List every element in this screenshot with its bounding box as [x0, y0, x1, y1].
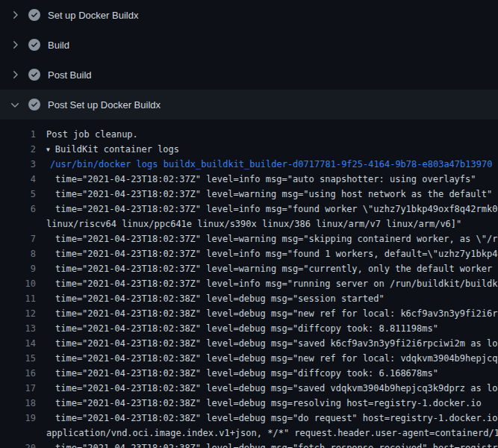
line-number [0, 426, 36, 441]
log-row: 13time="2021-04-23T18:02:38Z" level=debu… [0, 321, 498, 336]
line-number[interactable]: 7 [0, 231, 36, 246]
line-number[interactable]: 10 [0, 276, 36, 291]
log-group-toggle[interactable]: ▼BuildKit container logs [46, 142, 179, 157]
line-number[interactable]: 20 [0, 441, 36, 448]
log-row: 19time="2021-04-23T18:02:38Z" level=debu… [0, 411, 498, 426]
check-circle-icon [28, 99, 40, 111]
log-row: 18time="2021-04-23T18:02:38Z" level=debu… [0, 396, 498, 411]
log-row: 3/usr/bin/docker logs buildx_buildkit_bu… [0, 157, 498, 172]
log-text: time="2021-04-23T18:02:38Z" level=debug … [46, 336, 498, 351]
log-group-label: BuildKit container logs [55, 144, 179, 155]
log-text: time="2021-04-23T18:02:37Z" level=info m… [46, 276, 498, 291]
chevron-right-icon [9, 69, 21, 81]
log-text: time="2021-04-23T18:02:38Z" level=debug … [46, 381, 498, 396]
log-row: 15time="2021-04-23T18:02:38Z" level=debu… [0, 351, 498, 366]
line-number[interactable]: 9 [0, 261, 36, 276]
step-log-viewer: 1Post job cleanup.2▼BuildKit container l… [0, 119, 498, 448]
line-number[interactable]: 6 [0, 202, 36, 217]
log-row: 17time="2021-04-23T18:02:38Z" level=debu… [0, 381, 498, 396]
step-label: Build [48, 40, 69, 51]
log-text: time="2021-04-23T18:02:37Z" level=warnin… [46, 261, 498, 276]
log-text: time="2021-04-23T18:02:38Z" level=debug … [46, 321, 438, 336]
log-text: time="2021-04-23T18:02:38Z" level=debug … [46, 411, 498, 426]
line-number[interactable]: 18 [0, 396, 36, 411]
check-circle-icon [28, 69, 40, 81]
check-circle-icon [28, 9, 40, 21]
step-label: Post Build [48, 69, 92, 81]
line-number[interactable]: 17 [0, 381, 36, 396]
log-text: time="2021-04-23T18:02:37Z" level=info m… [46, 246, 498, 261]
log-row: 1Post job cleanup. [0, 127, 498, 142]
log-row: 9time="2021-04-23T18:02:37Z" level=warni… [0, 261, 498, 276]
log-text: time="2021-04-23T18:02:38Z" level=debug … [46, 396, 482, 411]
log-row: 10time="2021-04-23T18:02:37Z" level=info… [0, 276, 498, 291]
step-row-post-set-up-docker-buildx[interactable]: Post Set up Docker Buildx [0, 90, 498, 119]
line-number[interactable]: 5 [0, 187, 36, 202]
chevron-down-icon [9, 99, 21, 111]
line-number[interactable]: 1 [0, 127, 36, 142]
log-command-text: /usr/bin/docker logs buildx_buildkit_bui… [46, 157, 492, 172]
line-number[interactable]: 12 [0, 306, 36, 321]
log-text: time="2021-04-23T18:02:38Z" level=debug … [46, 306, 498, 321]
chevron-right-icon [9, 9, 21, 21]
log-row: 20time="2021-04-23T18:02:38Z" level=debu… [0, 441, 498, 448]
log-text: linux/riscv64 linux/ppc641e linux/s390x … [46, 217, 461, 231]
line-number[interactable]: 2 [0, 142, 36, 157]
line-number[interactable]: 19 [0, 411, 36, 426]
log-text: time="2021-04-23T18:02:38Z" level=debug … [46, 366, 438, 381]
step-row-post-build[interactable]: Post Build [0, 60, 498, 90]
line-number[interactable]: 11 [0, 291, 36, 306]
check-circle-icon [28, 39, 40, 51]
log-row: application/vnd.oci.image.index.v1+json,… [0, 426, 498, 441]
line-number [0, 217, 36, 231]
step-row-build[interactable]: Build [0, 30, 498, 60]
log-row: 12time="2021-04-23T18:02:38Z" level=debu… [0, 306, 498, 321]
chevron-right-icon [9, 39, 21, 51]
log-row: linux/riscv64 linux/ppc641e linux/s390x … [0, 217, 498, 231]
line-number[interactable]: 14 [0, 336, 36, 351]
log-row: 8time="2021-04-23T18:02:37Z" level=info … [0, 246, 498, 261]
log-text: time="2021-04-23T18:02:38Z" level=debug … [46, 291, 385, 306]
log-row: 14time="2021-04-23T18:02:38Z" level=debu… [0, 336, 498, 351]
log-text: time="2021-04-23T18:02:37Z" level=info m… [46, 202, 498, 217]
line-number[interactable]: 15 [0, 351, 36, 366]
log-row: 7time="2021-04-23T18:02:37Z" level=warni… [0, 231, 498, 246]
line-number[interactable]: 3 [0, 157, 36, 172]
log-text: application/vnd.oci.image.index.v1+json,… [46, 426, 498, 441]
log-row: 4time="2021-04-23T18:02:37Z" level=info … [0, 172, 498, 187]
log-text: time="2021-04-23T18:02:37Z" level=warnin… [46, 231, 498, 246]
triangle-down-icon: ▼ [46, 143, 50, 157]
line-number[interactable]: 4 [0, 172, 36, 187]
log-row: 5time="2021-04-23T18:02:37Z" level=warni… [0, 187, 498, 202]
step-label: Set up Docker Buildx [48, 10, 138, 21]
log-row: 16time="2021-04-23T18:02:38Z" level=debu… [0, 366, 498, 381]
line-number[interactable]: 16 [0, 366, 36, 381]
job-steps-list: Set up Docker Buildx Build Post Build Po… [0, 0, 498, 119]
log-row: 6time="2021-04-23T18:02:37Z" level=info … [0, 202, 498, 217]
log-text: time="2021-04-23T18:02:37Z" level=warnin… [46, 187, 492, 202]
log-text: time="2021-04-23T18:02:38Z" level=debug … [46, 441, 498, 448]
step-label: Post Set up Docker Buildx [48, 99, 161, 111]
log-text: time="2021-04-23T18:02:38Z" level=debug … [46, 351, 498, 366]
log-row: 11time="2021-04-23T18:02:38Z" level=debu… [0, 291, 498, 306]
line-number[interactable]: 13 [0, 321, 36, 336]
log-text: Post job cleanup. [46, 127, 138, 142]
step-row-set-up-docker-buildx[interactable]: Set up Docker Buildx [0, 0, 498, 30]
log-group-row: 2▼BuildKit container logs [0, 142, 498, 157]
log-text: time="2021-04-23T18:02:37Z" level=info m… [46, 172, 476, 187]
log-lines: 1Post job cleanup.2▼BuildKit container l… [0, 127, 498, 448]
line-number[interactable]: 8 [0, 246, 36, 261]
